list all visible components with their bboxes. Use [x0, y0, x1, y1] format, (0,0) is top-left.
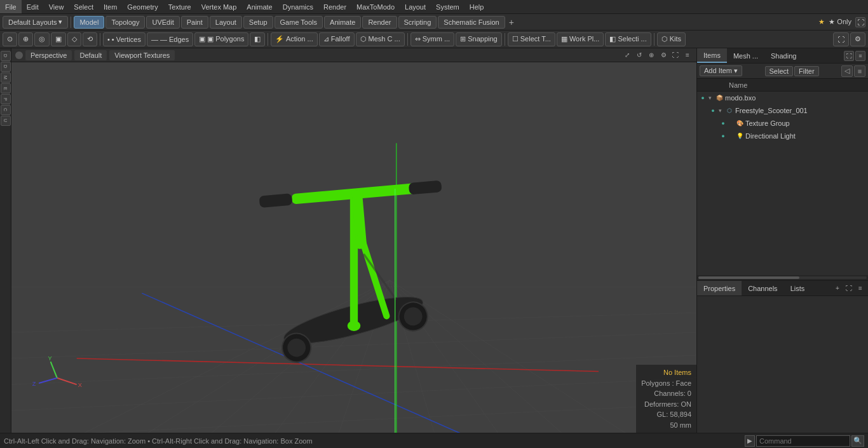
icon-btn-6[interactable]: ⟲: [83, 32, 97, 46]
left-btn-c[interactable]: C: [1, 105, 11, 115]
menu-geometry[interactable]: Geometry: [122, 0, 163, 13]
fit-icon[interactable]: ⤢: [622, 50, 632, 60]
eye-icon-1[interactable]: ●: [698, 93, 707, 102]
menu-animate[interactable]: Animate: [241, 0, 277, 13]
tab-topology[interactable]: Topology: [105, 16, 145, 29]
menu-file[interactable]: File: [0, 0, 22, 13]
expand-icon[interactable]: ⛶: [670, 50, 681, 60]
tab-items[interactable]: Items: [697, 48, 727, 63]
rotate-icon[interactable]: ↺: [634, 50, 644, 60]
tab-schematic[interactable]: Schematic Fusion: [438, 16, 505, 29]
command-arrow-btn[interactable]: ▶: [745, 435, 755, 447]
left-btn-u[interactable]: U: [1, 116, 11, 126]
tree-item-light[interactable]: ● 💡 Directional Light: [717, 130, 868, 142]
eye-icon-3[interactable]: ●: [719, 119, 728, 128]
tab-lists[interactable]: Lists: [784, 281, 811, 295]
tab-properties[interactable]: Properties: [697, 281, 742, 295]
eye-icon-4[interactable]: ●: [719, 132, 728, 140]
icon-btn-3[interactable]: ◎: [34, 32, 50, 46]
add-item-btn[interactable]: Add Item ▾: [700, 65, 742, 76]
items-icon2[interactable]: ≡: [854, 65, 865, 77]
tab-setup[interactable]: Setup: [243, 16, 273, 29]
command-input[interactable]: [756, 435, 850, 447]
options-btn[interactable]: ⚙: [850, 32, 865, 46]
menu-vertexmap[interactable]: Vertex Map: [196, 0, 242, 13]
edges-btn[interactable]: — — Edges: [147, 32, 193, 46]
file-icon-1: 📦: [715, 93, 724, 102]
select-items-btn[interactable]: Select: [765, 66, 794, 76]
menu-maxtomodo[interactable]: MaxToModo: [351, 0, 400, 13]
zoom-icon[interactable]: ⊕: [646, 50, 656, 60]
tab-uvedit[interactable]: UVEdit: [146, 16, 179, 29]
tab-gametools[interactable]: Game Tools: [275, 16, 323, 29]
menu-item[interactable]: Item: [98, 0, 122, 13]
left-btn-p[interactable]: P: [1, 94, 11, 104]
items-list[interactable]: ● ▾ 📦 modo.bxo ● ▾ ⬡ Freestyle_Scooter_0…: [697, 92, 868, 275]
select-t-btn[interactable]: ☐ Select T...: [508, 32, 555, 46]
left-btn-m[interactable]: M: [1, 72, 11, 83]
tree-item-texture-group[interactable]: ● 🎨 Texture Group: [717, 117, 868, 130]
left-btn-d1[interactable]: D: [1, 51, 11, 61]
work-pl-btn[interactable]: ▦ Work Pl...: [557, 32, 604, 46]
menu-edit[interactable]: Edit: [22, 0, 44, 13]
mesh-c-btn[interactable]: ⬡ Mesh C ...: [356, 32, 405, 46]
icon-btn-2[interactable]: ⊕: [18, 32, 33, 46]
items-icon1[interactable]: ◁: [841, 65, 853, 77]
menu-dynamics[interactable]: Dynamics: [278, 0, 318, 13]
kits-btn[interactable]: ⬡ Kits: [657, 32, 686, 46]
tab-shading[interactable]: Shading: [764, 48, 803, 63]
add-layout-btn[interactable]: +: [509, 17, 514, 27]
action-btn[interactable]: ⚡ Action ...: [271, 32, 317, 46]
items-expand-btn[interactable]: ⛶: [844, 51, 854, 61]
props-options-btn[interactable]: ≡: [855, 283, 865, 294]
default-tab[interactable]: Default: [74, 50, 107, 60]
symm-btn[interactable]: ⇔ Symm ...: [410, 32, 454, 46]
properties-content: [697, 296, 868, 433]
tab-model[interactable]: Model: [74, 16, 104, 29]
icon-btn-1[interactable]: ⊙: [3, 32, 17, 46]
tab-mesh[interactable]: Mesh ...: [727, 48, 764, 63]
perspective-tab[interactable]: Perspective: [25, 50, 72, 60]
tab-channels[interactable]: Channels: [742, 281, 783, 295]
default-layouts-btn[interactable]: Default Layouts ▾: [3, 16, 68, 29]
search-btn[interactable]: 🔍: [851, 435, 864, 447]
menu-system[interactable]: System: [431, 0, 465, 13]
selecti-btn[interactable]: ◧ Selecti ...: [605, 32, 651, 46]
viewport-canvas[interactable]: X Y Z No Items Polygons : Face Channels:…: [11, 62, 696, 433]
viewport-textures-tab[interactable]: Viewport Textures: [109, 50, 175, 60]
items-scrollbar[interactable]: [698, 276, 799, 279]
menu-select[interactable]: Select: [69, 0, 98, 13]
snapping-btn[interactable]: ⊞ Snapping: [456, 32, 502, 46]
menu-render[interactable]: Render: [318, 0, 351, 13]
polygons-btn[interactable]: ▣ ▣ Polygons: [194, 32, 248, 46]
left-btn-e[interactable]: E: [1, 83, 11, 93]
tree-item-modo-bxo[interactable]: ● ▾ 📦 modo.bxo: [697, 92, 868, 104]
gl-text: GL: 58,894: [641, 409, 691, 420]
tab-layout[interactable]: Layout: [210, 16, 242, 29]
menu-help[interactable]: Help: [465, 0, 489, 13]
tab-paint[interactable]: Paint: [181, 16, 208, 29]
material-btn[interactable]: ◧: [250, 32, 265, 46]
items-options-btn[interactable]: ≡: [855, 51, 865, 61]
maximize-btn[interactable]: ⛶: [855, 17, 865, 27]
eye-icon-2[interactable]: ●: [709, 106, 717, 115]
falloff-btn[interactable]: ⊿ Falloff: [319, 32, 355, 46]
icon-btn-5[interactable]: ◇: [67, 32, 81, 46]
menu-texture[interactable]: Texture: [163, 0, 196, 13]
props-add-btn[interactable]: +: [832, 283, 843, 294]
filter-btn[interactable]: Filter: [794, 66, 818, 76]
menu-icon[interactable]: ≡: [682, 50, 693, 60]
vertices-btn[interactable]: • • Vertices: [103, 32, 146, 46]
fullscreen-btn[interactable]: ⛶: [833, 32, 849, 46]
tab-render[interactable]: Render: [362, 16, 397, 29]
tab-animate[interactable]: Animate: [324, 16, 361, 29]
tree-item-scooter[interactable]: ● ▾ ⬡ Freestyle_Scooter_001: [707, 104, 868, 117]
menu-layout[interactable]: Layout: [400, 0, 431, 13]
left-btn-d2[interactable]: D: [1, 62, 11, 72]
view-options-icon[interactable]: ⚙: [658, 50, 668, 60]
tab-scripting[interactable]: Scripting: [398, 16, 437, 29]
props-expand-btn[interactable]: ⛶: [844, 283, 854, 294]
viewport-dot[interactable]: [15, 51, 23, 59]
menu-view[interactable]: View: [44, 0, 69, 13]
icon-btn-4[interactable]: ▣: [51, 32, 66, 46]
